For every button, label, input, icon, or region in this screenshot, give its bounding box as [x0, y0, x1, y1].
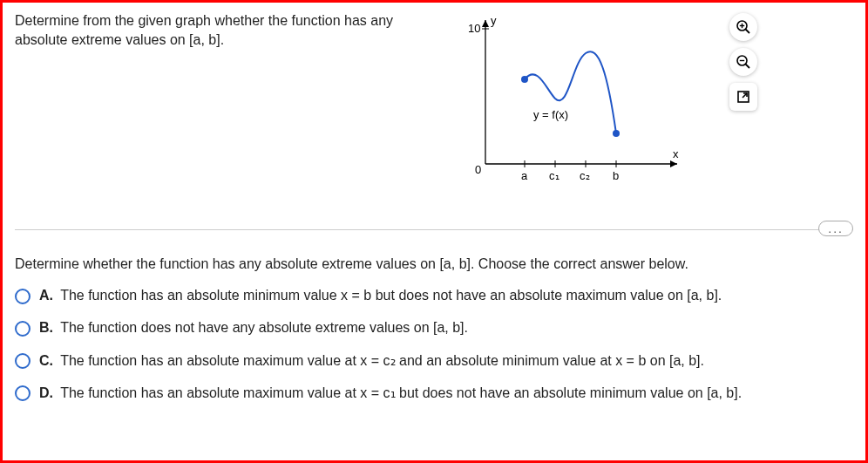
graph-svg: 10 0 a c₁ c₂ b y x: [451, 11, 703, 194]
choice-c-letter: C.: [39, 353, 53, 368]
zoom-in-button[interactable]: [729, 13, 757, 41]
graph-area: 10 0 a c₁ c₂ b y x: [451, 11, 703, 194]
popout-icon: [736, 90, 750, 104]
radio-a[interactable]: [15, 289, 31, 304]
instruction-text: Determine whether the function has any a…: [15, 256, 853, 272]
x-tick-c1-label: c₁: [549, 169, 559, 182]
choice-b-body: The function does not have any absolute …: [60, 320, 468, 335]
x-tick-a-label: a: [521, 169, 528, 182]
choice-b: B. The function does not have any absolu…: [15, 320, 853, 337]
y-arrow: [482, 20, 489, 27]
choice-a-body: The function has an absolute minimum val…: [60, 288, 722, 303]
x-tick-c2-label: c₂: [580, 169, 590, 182]
x-axis-label: x: [673, 147, 679, 160]
tools-column: [729, 13, 757, 194]
choice-a: A. The function has an absolute minimum …: [15, 288, 853, 304]
x-tick-b-label: b: [613, 169, 619, 182]
svg-line-5: [746, 65, 750, 69]
choice-c-body: The function has an absolute maximum val…: [60, 353, 704, 368]
endpoint-b: [613, 130, 620, 137]
choice-c: C. The function has an absolute maximum …: [15, 352, 853, 369]
problem-container: Determine from the given graph whether t…: [0, 0, 868, 463]
x-arrow: [670, 160, 677, 167]
curve-label: y = f(x): [533, 108, 568, 121]
y-max-label: 10: [468, 22, 480, 35]
radio-c[interactable]: [15, 353, 31, 369]
zoom-in-icon: [736, 19, 751, 35]
radio-b[interactable]: [15, 321, 31, 337]
choice-a-text: A. The function has an absolute minimum …: [39, 288, 722, 303]
y-axis-label: y: [491, 14, 497, 27]
divider: [15, 229, 853, 230]
svg-line-1: [746, 30, 750, 34]
choice-c-text: C. The function has an absolute maximum …: [39, 352, 704, 369]
zoom-out-button[interactable]: [729, 48, 757, 76]
choice-d-letter: D.: [39, 385, 53, 400]
popout-button[interactable]: [729, 83, 757, 111]
choice-d-body: The function has an absolute maximum val…: [60, 385, 742, 400]
zoom-out-icon: [736, 54, 751, 70]
more-button[interactable]: ...: [818, 221, 853, 236]
choices-list: A. The function has an absolute minimum …: [15, 288, 853, 401]
top-section: Determine from the given graph whether t…: [15, 11, 853, 194]
choice-d-text: D. The function has an absolute maximum …: [39, 385, 742, 401]
question-text: Determine from the given graph whether t…: [15, 11, 433, 194]
choice-d: D. The function has an absolute maximum …: [15, 385, 853, 401]
choice-b-letter: B.: [39, 320, 53, 335]
choice-a-letter: A.: [39, 288, 53, 303]
divider-row: ...: [15, 229, 853, 230]
endpoint-a: [521, 76, 528, 83]
origin-label: 0: [475, 163, 481, 176]
radio-d[interactable]: [15, 385, 31, 401]
choice-b-text: B. The function does not have any absolu…: [39, 320, 468, 336]
